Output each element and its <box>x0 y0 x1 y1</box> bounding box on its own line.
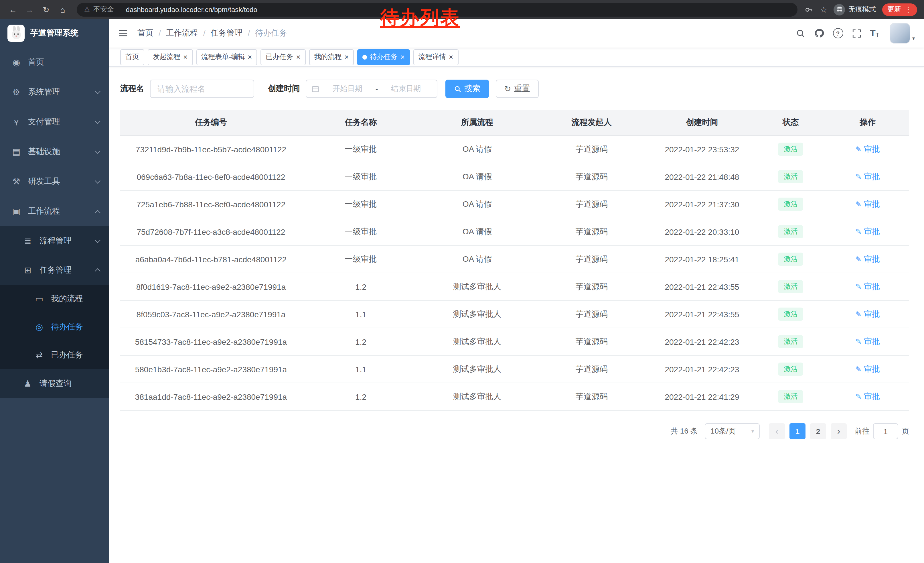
address-separator <box>120 6 120 13</box>
sidebar-toggle-icon[interactable] <box>118 28 128 38</box>
tab-process-detail[interactable]: 流程详情 × <box>413 49 458 65</box>
cell-task-name: 1.2 <box>302 383 420 410</box>
close-icon[interactable]: × <box>183 53 188 61</box>
cell-task-name: 1.2 <box>302 273 420 300</box>
tab-done-task[interactable]: 已办任务 × <box>261 49 305 65</box>
cell-create-time: 2022-01-21 22:42:23 <box>649 328 755 355</box>
cell-starter: 芋道源码 <box>534 300 649 328</box>
table-row: 8f0d1619-7ac8-11ec-a9e2-a2380e71991a 1.2… <box>120 273 909 300</box>
cell-process: OA 请假 <box>420 191 534 218</box>
table-row: 069c6a63-7b8a-11ec-8ef0-acde48001122 一级审… <box>120 163 909 191</box>
sidebar-item-workflow[interactable]: ▣ 工作流程 <box>0 197 109 226</box>
cell-task-id: 381aa1dd-7ac8-11ec-a9e2-a2380e71991a <box>120 383 302 410</box>
gear-icon: ⚙ <box>12 87 21 98</box>
sidebar-item-leave-query[interactable]: ♟ 请假查询 <box>0 369 109 398</box>
approve-button[interactable]: ✎审批 <box>855 336 880 347</box>
cell-process: OA 请假 <box>420 163 534 191</box>
incognito-label: 无痕模式 <box>848 5 876 14</box>
page-button-1[interactable]: 1 <box>789 423 806 439</box>
kebab-menu-icon[interactable]: ⋮ <box>904 5 912 14</box>
tab-home[interactable]: 首页 <box>120 49 144 65</box>
app-logo-row[interactable]: 芋道管理系统 <box>0 19 109 48</box>
sidebar-item-my-process[interactable]: ▭ 我的流程 <box>0 285 109 313</box>
chevron-down-icon <box>95 148 100 154</box>
approve-button[interactable]: ✎审批 <box>855 171 880 182</box>
edit-icon: ✎ <box>855 393 862 400</box>
approve-button[interactable]: ✎审批 <box>855 144 880 155</box>
update-button[interactable]: 更新 ⋮ <box>882 3 917 16</box>
cell-task-id: 725a1eb6-7b88-11ec-8ef0-acde48001122 <box>120 191 302 218</box>
task-table-body: 73211d9d-7b9b-11ec-b5b7-acde48001122 一级审… <box>120 135 909 410</box>
date-range-picker[interactable]: 开始日期 - 结束日期 <box>306 80 437 98</box>
dashboard-icon: ◉ <box>12 57 21 68</box>
close-icon[interactable]: × <box>449 53 453 61</box>
approve-button[interactable]: ✎审批 <box>855 309 880 319</box>
sidebar-item-infrastructure[interactable]: ▤ 基础设施 <box>0 137 109 167</box>
create-time-label: 创建时间 <box>268 84 300 94</box>
sidebar-item-label: 研发工具 <box>28 176 89 187</box>
sidebar-menu: ◉ 首页 ⚙ 系统管理 ¥ 支付管理 ▤ 基础设施 <box>0 48 109 398</box>
avatar[interactable] <box>890 23 910 44</box>
approve-button[interactable]: ✎审批 <box>855 227 880 237</box>
sidebar-item-system-mgmt[interactable]: ⚙ 系统管理 <box>0 77 109 107</box>
prev-page-button[interactable]: ‹ <box>769 423 785 439</box>
breadcrumb-workflow[interactable]: 工作流程 <box>166 28 198 38</box>
close-icon[interactable]: × <box>296 53 300 61</box>
bookmark-star-icon[interactable]: ☆ <box>820 5 827 14</box>
table-row: 73211d9d-7b9b-11ec-b5b7-acde48001122 一级审… <box>120 135 909 163</box>
close-icon[interactable]: × <box>400 53 405 61</box>
url-text: dashboard.yudao.iocoder.cn/bpm/task/todo <box>126 6 257 14</box>
tab-my-process[interactable]: 我的流程 × <box>309 49 354 65</box>
browser-reload-icon[interactable]: ↻ <box>39 2 53 17</box>
next-page-button[interactable]: › <box>831 423 847 439</box>
page-size-select[interactable]: 10条/页 ▾ <box>705 423 760 439</box>
tab-start-process[interactable]: 发起流程 × <box>148 49 193 65</box>
security-label: 不安全 <box>93 5 114 14</box>
approve-button[interactable]: ✎审批 <box>855 364 880 374</box>
page-button-2[interactable]: 2 <box>810 423 826 439</box>
reset-button[interactable]: ↻ 重置 <box>496 80 538 98</box>
close-icon[interactable]: × <box>248 53 252 61</box>
user-menu[interactable]: ▾ <box>890 23 915 44</box>
cell-action: ✎审批 <box>826 328 909 355</box>
cell-process: OA 请假 <box>420 218 534 245</box>
cell-action: ✎审批 <box>826 355 909 383</box>
help-icon[interactable]: ? <box>833 28 843 38</box>
fullscreen-icon[interactable] <box>852 29 861 38</box>
sidebar-item-task-mgmt[interactable]: ⊞ 任务管理 <box>0 255 109 285</box>
tab-process-form-edit[interactable]: 流程表单-编辑 × <box>196 49 257 65</box>
password-key-icon[interactable] <box>805 5 814 14</box>
font-size-icon[interactable]: TT <box>870 29 879 38</box>
table-row: 8f059c03-7ac8-11ec-a9e2-a2380e71991a 1.1… <box>120 300 909 328</box>
goto-page-input[interactable] <box>873 423 898 439</box>
breadcrumb-current: 待办任务 <box>255 28 287 38</box>
status-badge: 激活 <box>778 170 803 183</box>
sidebar-item-todo-task[interactable]: ◎ 待办任务 <box>0 313 109 341</box>
approve-button[interactable]: ✎审批 <box>855 392 880 402</box>
process-name-input[interactable] <box>150 80 254 98</box>
sidebar-item-home[interactable]: ◉ 首页 <box>0 48 109 77</box>
approve-button[interactable]: ✎审批 <box>855 281 880 292</box>
approve-button[interactable]: ✎审批 <box>855 254 880 264</box>
address-bar[interactable]: ⚠ 不安全 dashboard.yudao.iocoder.cn/bpm/tas… <box>77 3 798 17</box>
sidebar-item-payment-mgmt[interactable]: ¥ 支付管理 <box>0 107 109 137</box>
search-button[interactable]: 搜索 <box>446 80 489 98</box>
breadcrumb-home[interactable]: 首页 <box>137 28 153 38</box>
browser-back-icon[interactable]: ← <box>6 2 20 17</box>
devtools-icon: ⚒ <box>12 176 21 187</box>
caret-down-icon: ▾ <box>752 428 754 434</box>
tab-label: 首页 <box>125 52 139 62</box>
tags-view-bar: 首页 发起流程 × 流程表单-编辑 × 已办任务 × 我的流程 × <box>109 48 924 67</box>
github-icon[interactable] <box>814 28 824 38</box>
browser-forward-icon[interactable]: → <box>22 2 37 17</box>
sidebar-item-done-task[interactable]: ⇄ 已办任务 <box>0 341 109 369</box>
process-name-label: 流程名 <box>120 84 144 94</box>
sidebar-item-devtools[interactable]: ⚒ 研发工具 <box>0 167 109 197</box>
breadcrumb-task-mgmt[interactable]: 任务管理 <box>211 28 243 38</box>
approve-button[interactable]: ✎审批 <box>855 199 880 209</box>
browser-home-icon[interactable]: ⌂ <box>56 2 70 17</box>
search-icon[interactable] <box>795 29 805 38</box>
sidebar-item-process-mgmt[interactable]: ≣ 流程管理 <box>0 226 109 255</box>
close-icon[interactable]: × <box>345 53 349 61</box>
tab-todo-task[interactable]: 待办任务 × <box>357 49 410 65</box>
